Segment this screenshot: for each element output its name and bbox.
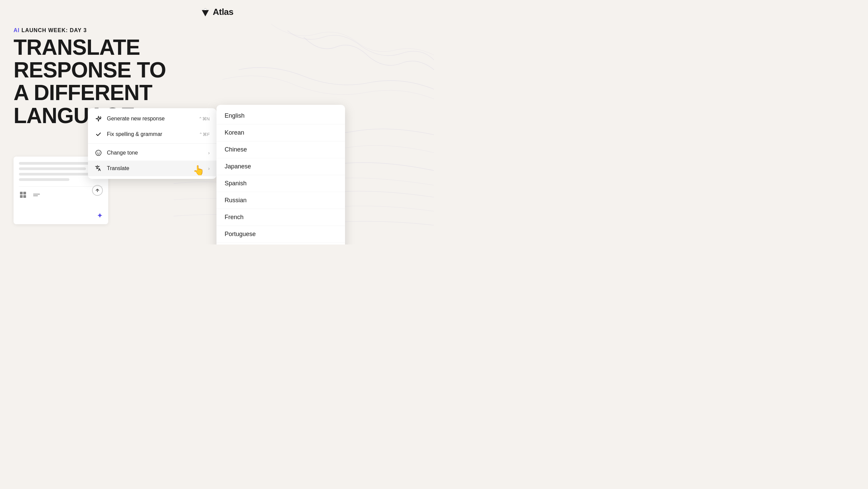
- context-menu: Generate new response ⌃⌘N Fix spelling &…: [88, 108, 216, 179]
- atlas-logo-icon: [201, 7, 210, 17]
- translate-arrow-icon: ›: [208, 166, 210, 171]
- language-item-japanese[interactable]: Japanese: [216, 158, 345, 175]
- language-label-english: English: [225, 112, 245, 119]
- logo: Atlas: [201, 7, 233, 17]
- language-submenu: English Korean Chinese Japanese Spanish …: [216, 105, 345, 245]
- menu-item-generate[interactable]: Generate new response ⌃⌘N: [88, 111, 216, 126]
- svg-point-2: [99, 152, 100, 153]
- grid-view-icon[interactable]: [19, 191, 27, 199]
- translate-icon: [95, 165, 102, 172]
- menu-item-change-tone-label: Change tone: [107, 150, 138, 156]
- language-label-japanese: Japanese: [225, 163, 251, 170]
- doc-line: [19, 167, 86, 170]
- language-item-spanish[interactable]: Spanish: [216, 175, 345, 192]
- menu-item-translate[interactable]: Translate ›: [88, 161, 216, 176]
- svg-point-0: [96, 150, 101, 156]
- menu-item-generate-shortcut: ⌃⌘N: [199, 116, 210, 121]
- sparkle-icon: [95, 115, 102, 122]
- smiley-icon: [95, 149, 102, 157]
- menu-divider: [88, 143, 216, 144]
- menu-item-change-tone-left: Change tone: [95, 149, 138, 157]
- language-item-korean[interactable]: Korean: [216, 124, 345, 141]
- doc-line: [19, 178, 69, 181]
- language-label-french: French: [225, 214, 244, 221]
- change-tone-arrow-icon: ›: [208, 150, 210, 156]
- menu-item-translate-left: Translate: [95, 165, 129, 172]
- svg-point-1: [97, 152, 98, 153]
- language-label-korean: Korean: [225, 129, 244, 136]
- language-label-spanish: Spanish: [225, 180, 247, 187]
- menu-item-fix-spelling-label: Fix spelling & grammar: [107, 131, 162, 137]
- ai-sparkle-button[interactable]: ✦: [97, 211, 103, 220]
- menu-item-fix-spelling-shortcut: ⌃⌘F: [199, 132, 210, 137]
- list-view-icon[interactable]: [32, 191, 41, 199]
- menu-item-translate-label: Translate: [107, 165, 129, 171]
- menu-item-fix-spelling[interactable]: Fix spelling & grammar ⌃⌘F: [88, 126, 216, 142]
- checkmark-icon: [95, 131, 102, 138]
- language-item-russian[interactable]: Russian: [216, 192, 345, 209]
- language-item-french[interactable]: French: [216, 209, 345, 226]
- menu-item-fix-spelling-left: Fix spelling & grammar: [95, 131, 162, 138]
- launch-week-label: AI LAUNCH WEEK: DAY 3: [14, 27, 420, 33]
- upload-button[interactable]: [92, 185, 103, 196]
- language-item-english[interactable]: English: [216, 108, 345, 124]
- language-item-chinese[interactable]: Chinese: [216, 141, 345, 158]
- menu-item-change-tone[interactable]: Change tone ›: [88, 145, 216, 161]
- launch-week-text: LAUNCH WEEK: DAY 3: [21, 27, 87, 33]
- main-title-line1: TRANSLATE RESPONSE TO: [14, 35, 166, 82]
- header: Atlas: [0, 0, 434, 21]
- doc-toolbar: [19, 186, 103, 199]
- logo-text: Atlas: [213, 7, 233, 17]
- language-label-portuguese: Portuguese: [225, 231, 256, 238]
- language-label-russian: Russian: [225, 197, 247, 204]
- language-label-chinese: Chinese: [225, 146, 247, 153]
- menu-item-generate-left: Generate new response: [95, 115, 165, 122]
- ai-label: AI: [14, 27, 20, 33]
- menu-item-generate-label: Generate new response: [107, 116, 165, 122]
- language-item-portuguese[interactable]: Portuguese: [216, 226, 345, 243]
- language-item-german[interactable]: German: [216, 243, 345, 245]
